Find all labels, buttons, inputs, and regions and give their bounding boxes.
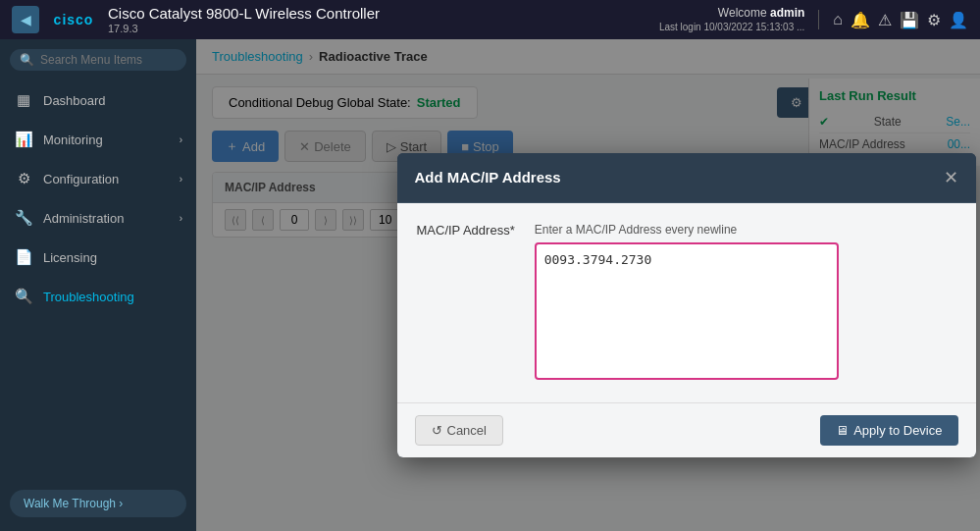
dashboard-icon: ▦	[14, 91, 33, 109]
modal-close-button[interactable]: ✕	[944, 167, 958, 188]
sidebar-item-label: Monitoring	[43, 133, 103, 147]
administration-icon: 🔧	[14, 209, 33, 227]
apply-icon: 🖥	[836, 423, 849, 438]
home-icon[interactable]: ⌂	[833, 11, 843, 28]
sidebar-item-label: Licensing	[43, 250, 97, 265]
modal-input-area: Enter a MAC/IP Address every newline 009…	[535, 223, 839, 383]
monitoring-icon: 📊	[14, 131, 33, 148]
gear-icon[interactable]: ⚙	[927, 11, 941, 29]
add-mac-modal: Add MAC/IP Address ✕ MAC/IP Address* Ent…	[397, 153, 976, 457]
licensing-icon: 📄	[14, 248, 33, 266]
sidebar-item-administration[interactable]: 🔧 Administration ›	[0, 198, 196, 238]
header-left: ◀ cisco Cisco Catalyst 9800-L Wireless C…	[12, 5, 380, 34]
modal-title: Add MAC/IP Address	[415, 169, 561, 186]
back-button[interactable]: ◀	[12, 6, 39, 33]
sidebar-item-troubleshooting[interactable]: 🔍 Troubleshooting	[0, 277, 196, 316]
chevron-right-icon: ›	[180, 134, 182, 145]
cisco-logo-img: cisco	[49, 8, 98, 31]
sidebar-item-label: Troubleshooting	[43, 290, 134, 304]
search-box[interactable]: 🔍	[10, 49, 186, 71]
cancel-icon: ↺	[432, 423, 442, 438]
cisco-logo: cisco	[49, 8, 98, 31]
app-header: ◀ cisco Cisco Catalyst 9800-L Wireless C…	[0, 0, 980, 39]
sidebar-item-label: Administration	[43, 211, 124, 226]
bell-icon[interactable]: 🔔	[851, 11, 870, 29]
modal-hint: Enter a MAC/IP Address every newline	[535, 223, 839, 237]
sidebar-item-licensing[interactable]: 📄 Licensing	[0, 238, 196, 277]
configuration-icon: ⚙	[14, 170, 33, 187]
sidebar-item-configuration[interactable]: ⚙ Configuration ›	[0, 159, 196, 198]
header-icons: ⌂ 🔔 ⚠ 💾 ⚙ 👤	[833, 11, 968, 29]
header-title-block: Cisco Catalyst 9800-L Wireless Controlle…	[108, 5, 380, 34]
search-input[interactable]	[40, 53, 168, 67]
user-icon[interactable]: 👤	[949, 11, 968, 29]
chevron-right-icon: ›	[180, 174, 182, 185]
content-area: Troubleshooting › Radioactive Trace Cond…	[196, 39, 980, 531]
walk-me-through-button[interactable]: Walk Me Through ›	[10, 490, 186, 517]
header-divider	[818, 10, 819, 29]
warning-icon[interactable]: ⚠	[878, 11, 892, 29]
save-icon[interactable]: 💾	[900, 11, 919, 29]
cisco-brand: cisco	[54, 12, 94, 27]
sidebar: 🔍 ▦ Dashboard 📊 Monitoring › ⚙ Configura…	[0, 39, 196, 531]
sidebar-item-monitoring[interactable]: 📊 Monitoring ›	[0, 120, 196, 159]
mac-address-textarea[interactable]: 0093.3794.2730	[535, 242, 839, 380]
app-version: 17.9.3	[108, 23, 380, 34]
modal-overlay: Add MAC/IP Address ✕ MAC/IP Address* Ent…	[196, 39, 980, 531]
sidebar-item-label: Dashboard	[43, 93, 106, 108]
cancel-button[interactable]: ↺ Cancel	[415, 415, 503, 446]
app-title: Cisco Catalyst 9800-L Wireless Controlle…	[108, 5, 380, 22]
search-icon: 🔍	[20, 53, 34, 67]
chevron-right-icon: ›	[180, 213, 182, 224]
modal-body: MAC/IP Address* Enter a MAC/IP Address e…	[397, 203, 976, 402]
header-right: Welcome admin Last login 10/03/2022 15:1…	[659, 6, 968, 33]
apply-to-device-button[interactable]: 🖥 Apply to Device	[820, 415, 957, 446]
modal-header: Add MAC/IP Address ✕	[397, 153, 976, 203]
modal-footer: ↺ Cancel 🖥 Apply to Device	[397, 402, 976, 457]
troubleshooting-icon: 🔍	[14, 288, 33, 305]
modal-label: MAC/IP Address*	[417, 223, 515, 383]
sidebar-item-dashboard[interactable]: ▦ Dashboard	[0, 80, 196, 120]
main-layout: 🔍 ▦ Dashboard 📊 Monitoring › ⚙ Configura…	[0, 39, 980, 531]
welcome-text: Welcome admin Last login 10/03/2022 15:1…	[659, 6, 804, 33]
sidebar-item-label: Configuration	[43, 172, 119, 186]
